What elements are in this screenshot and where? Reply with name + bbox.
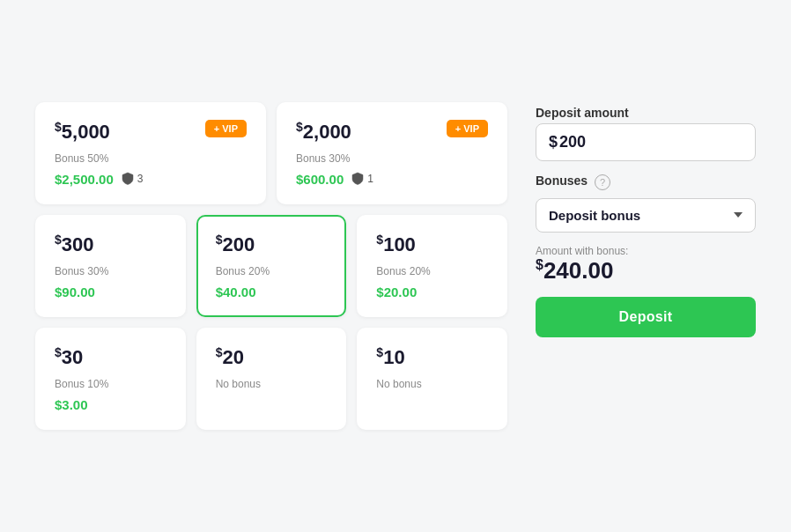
card-2000-bonus-label: Bonus 30% [296, 152, 488, 165]
card-10[interactable]: $10 No bonus [357, 328, 507, 430]
card-300-header: $300 [55, 233, 166, 256]
card-5000-footer: $2,500.00 3 [55, 172, 247, 187]
card-10-amount: $10 [376, 345, 404, 369]
deposit-input[interactable] [559, 133, 743, 151]
card-5000[interactable]: $5,000 + VIP Bonus 50% $2,500.00 3 [35, 102, 266, 204]
cards-row-1: $5,000 + VIP Bonus 50% $2,500.00 3 [35, 102, 507, 204]
amount-with-bonus-label: Amount with bonus: [536, 245, 756, 257]
card-200-amount: $200 [216, 233, 255, 256]
deposit-input-prefix: $ [549, 133, 558, 151]
deposit-button[interactable]: Deposit [536, 297, 756, 337]
card-30-header: $30 [55, 345, 166, 369]
card-5000-shield-count: 3 [137, 173, 144, 185]
bonuses-label: Bonuses [536, 174, 588, 188]
card-10-bonus-label: No bonus [376, 378, 488, 390]
card-30-bonus-amount: $3.00 [55, 397, 88, 412]
card-100[interactable]: $100 Bonus 20% $20.00 [357, 215, 507, 317]
card-5000-shield: 3 [121, 172, 144, 186]
amount-with-bonus-section: Amount with bonus: $240.00 [536, 245, 756, 284]
card-100-header: $100 [376, 233, 488, 256]
amount-with-bonus-value: $240.00 [536, 257, 756, 284]
card-2000-shield-count: 1 [367, 173, 373, 185]
card-100-bonus-amount: $20.00 [376, 284, 417, 299]
card-5000-header: $5,000 + VIP [55, 120, 247, 144]
card-2000[interactable]: $2,000 + VIP Bonus 30% $600.00 1 [277, 102, 507, 204]
dropdown-arrow-icon [734, 212, 743, 218]
card-200-bonus-label: Bonus 20% [216, 265, 328, 277]
card-30[interactable]: $30 Bonus 10% $3.00 [35, 328, 186, 430]
card-100-amount: $100 [376, 233, 416, 256]
card-5000-vip-badge: + VIP [205, 120, 247, 137]
card-200-header: $200 [216, 233, 328, 256]
card-5000-bonus-label: Bonus 50% [55, 152, 247, 165]
card-2000-bonus-amount: $600.00 [296, 172, 344, 187]
card-30-amount: $30 [55, 345, 83, 369]
card-300-bonus-amount: $90.00 [55, 284, 95, 299]
card-30-bonus-label: Bonus 10% [55, 378, 166, 390]
bonuses-row: Bonuses ? [536, 174, 756, 191]
card-20-header: $20 [216, 345, 328, 369]
shield-icon [121, 172, 135, 186]
cards-section: $5,000 + VIP Bonus 50% $2,500.00 3 [35, 102, 507, 431]
card-5000-bonus-amount: $2,500.00 [55, 172, 114, 187]
card-2000-amount: $2,000 [296, 120, 351, 144]
card-2000-shield: 1 [351, 172, 373, 186]
shield-icon-2 [351, 172, 365, 186]
card-2000-footer: $600.00 1 [296, 172, 488, 187]
card-2000-header: $2,000 + VIP [296, 120, 488, 144]
cards-row-2: $300 Bonus 30% $90.00 $200 Bonus 20% $40… [35, 215, 507, 317]
card-20-amount: $20 [216, 345, 244, 369]
card-100-footer: $20.00 [376, 284, 488, 299]
card-20[interactable]: $20 No bonus [196, 328, 347, 430]
card-300[interactable]: $300 Bonus 30% $90.00 [35, 215, 186, 317]
cards-row-3: $30 Bonus 10% $3.00 $20 No bonus $10 No … [35, 328, 507, 430]
deposit-amount-label: Deposit amount [536, 106, 756, 120]
main-container: $5,000 + VIP Bonus 50% $2,500.00 3 [18, 85, 773, 448]
card-200-footer: $40.00 [216, 284, 328, 299]
card-10-header: $10 [376, 345, 488, 369]
card-5000-amount: $5,000 [55, 120, 110, 144]
deposit-input-wrapper[interactable]: $ [536, 123, 756, 161]
card-300-footer: $90.00 [55, 284, 166, 299]
card-300-bonus-label: Bonus 30% [55, 265, 166, 277]
bonus-dropdown-label: Deposit bonus [549, 208, 640, 223]
card-200[interactable]: $200 Bonus 20% $40.00 [196, 215, 347, 317]
card-20-bonus-label: No bonus [216, 378, 328, 390]
card-30-footer: $3.00 [55, 397, 166, 412]
card-2000-vip-badge: + VIP [447, 120, 488, 137]
card-200-bonus-amount: $40.00 [216, 284, 256, 299]
right-panel: Deposit amount $ Bonuses ? Deposit bonus… [536, 102, 756, 431]
bonus-dropdown[interactable]: Deposit bonus [536, 198, 756, 233]
card-300-amount: $300 [55, 233, 94, 256]
help-icon[interactable]: ? [595, 174, 610, 190]
card-100-bonus-label: Bonus 20% [376, 265, 488, 277]
